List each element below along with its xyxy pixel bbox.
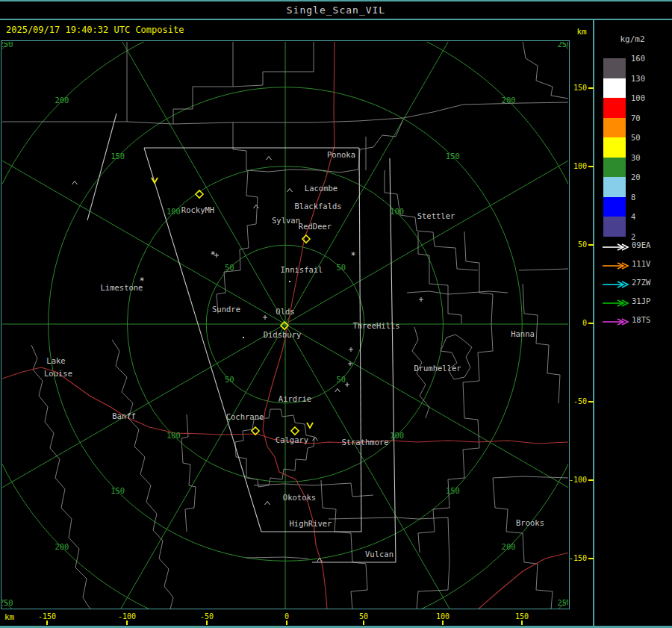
colorbar-value-label: 130 [631, 74, 656, 83]
bottom-axis-tick [521, 621, 523, 625]
right-axis-tick-label: 150 [566, 84, 587, 92]
track-arrow-icon [602, 278, 630, 287]
colorbar-value-label: 70 [631, 114, 656, 122]
right-axis-tick [588, 166, 594, 167]
colorbar-swatch [603, 78, 626, 99]
bottom-axis-tick [363, 621, 364, 625]
bottom-axis-tick [126, 621, 128, 625]
colorbar-value-label: 8 [631, 193, 656, 202]
radar-map-viewport[interactable] [1, 40, 570, 609]
timestamp-label: 2025/09/17 19:40:32 UTC Composite [6, 25, 184, 35]
bottom-axis-tick-label: 150 [507, 612, 537, 621]
right-axis-unit-label: km [570, 27, 593, 37]
colorbar-unit-label: kg/m2 [595, 34, 670, 44]
bottom-axis-tick-label: 100 [428, 612, 458, 621]
colorbar-swatch [603, 217, 626, 237]
right-axis-tick [588, 323, 594, 324]
bottom-axis-tick-label: 0 [272, 612, 302, 621]
colorbar-swatch [603, 58, 626, 78]
right-axis-tick-label: 0 [566, 319, 587, 327]
colorbar-swatch [603, 158, 626, 178]
bottom-axis-tick-label: -100 [112, 612, 142, 621]
track-arrow-icon [602, 315, 630, 324]
right-axis-tick [588, 401, 594, 402]
track-arrow-icon [602, 296, 630, 305]
radar-viewer-window: { "title_bar": { "title": "Single_Scan_V… [0, 0, 672, 628]
track-id-label: 18TS [632, 315, 662, 324]
colorbar-swatch [603, 137, 626, 158]
bottom-axis-tick-label: -150 [32, 612, 62, 621]
top-border-line [0, 0, 672, 1]
track-arrow-icon [602, 240, 630, 249]
right-axis-tick-label: 50 [566, 240, 587, 249]
bottom-axis-tick [206, 621, 208, 625]
right-axis-tick-label: -150 [566, 554, 587, 562]
colorbar-value-label: 30 [631, 153, 656, 162]
track-id-label: 27ZW [632, 278, 662, 287]
bottom-axis-unit-label: km [4, 612, 14, 622]
bottom-axis-tick [286, 621, 287, 625]
track-arrow-icon [602, 259, 630, 268]
colorbar-value-label: 160 [631, 54, 656, 63]
track-id-label: 09EA [632, 240, 662, 249]
bottom-axis-tick [46, 621, 48, 625]
colorbar-value-label: 20 [631, 172, 656, 181]
right-axis-tick [588, 558, 594, 559]
colorbar-swatch [603, 118, 626, 138]
colorbar-swatch [603, 197, 626, 217]
bottom-axis-tick-label: 50 [349, 612, 379, 621]
colorbar-swatch [603, 177, 626, 197]
title-separator-line [0, 19, 672, 20]
right-axis-tick [588, 479, 594, 481]
right-axis-tick [588, 87, 594, 89]
right-axis-tick-label: 100 [566, 162, 587, 170]
bottom-axis-tick [442, 621, 444, 625]
right-axis-tick [588, 244, 594, 246]
window-title: Single_Scan_VIL [0, 4, 672, 16]
track-id-label: 111V [632, 259, 662, 268]
legend-panel-divider [593, 20, 594, 628]
colorbar-value-label: 50 [631, 133, 656, 142]
colorbar-value-label: 100 [631, 93, 656, 102]
colorbar-value-label: 2 [631, 232, 656, 241]
bottom-axis-tick-label: -50 [192, 612, 222, 621]
colorbar-value-label: 4 [631, 212, 656, 221]
colorbar-swatch [603, 98, 626, 118]
track-id-label: 31JP [632, 296, 662, 305]
right-axis-tick-label: -100 [566, 476, 587, 484]
right-axis-tick-label: -50 [566, 397, 587, 405]
